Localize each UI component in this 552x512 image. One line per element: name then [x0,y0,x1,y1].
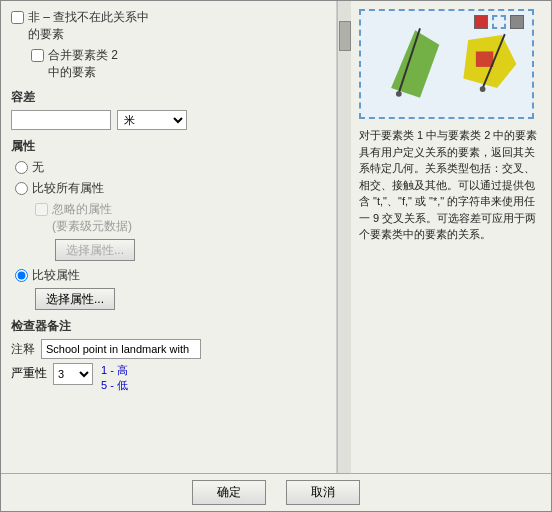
not-label: 非 – 查找不在此关系中 的要素 [28,9,149,43]
ignore-checkbox[interactable] [35,203,48,216]
select-attr-section: 选择属性... [35,288,326,310]
note-row: 注释 [11,339,326,359]
attributes-label: 属性 [11,138,326,155]
svg-rect-2 [476,51,493,66]
compare-all-radio[interactable] [15,182,28,195]
checker-notes-label: 检查器备注 [11,318,326,335]
severity-select[interactable]: 1 2 3 4 5 [53,363,93,385]
note-label: 注释 [11,339,35,358]
compare-attr-radio[interactable] [15,269,28,282]
preview-svg [361,11,532,117]
select-attr-button[interactable]: 选择属性... [35,288,115,310]
tolerance-unit-select[interactable]: 米 [117,110,187,130]
compare-all-label: 比较所有属性 [32,180,104,197]
ignore-label: 忽略的属性 (要素级元数据) [52,201,132,235]
severity-hint: 1 - 高 5 - 低 [101,363,128,393]
svg-point-4 [396,91,402,97]
attributes-section: 属性 无 比较所有属性 忽略的属性 [11,138,326,310]
tolerance-section: 容差 米 [11,89,326,130]
severity-row: 严重性 1 2 3 4 5 1 - 高 5 - 低 [11,363,326,393]
not-checkbox[interactable] [11,11,24,24]
ok-button[interactable]: 确定 [192,480,266,505]
none-radio[interactable] [15,161,28,174]
compare-attr-label: 比较属性 [32,267,80,284]
severity-label: 严重性 [11,363,47,382]
ignore-checkbox-row: 忽略的属性 (要素级元数据) [35,201,326,235]
compare-attr-radio-row: 比较属性 [15,267,326,284]
left-panel: 非 – 查找不在此关系中 的要素 合并要素类 2 中的要素 容差 [1,1,337,473]
ignore-section: 忽略的属性 (要素级元数据) 选择属性... [35,201,326,261]
none-radio-label: 无 [32,159,44,176]
scrollbar-thumb[interactable] [339,21,351,51]
none-radio-row: 无 [15,159,326,176]
attributes-radio-group: 无 比较所有属性 忽略的属性 (要素级元数据) [15,159,326,310]
compare-all-radio-row: 比较所有属性 [15,180,326,197]
svg-point-6 [480,86,486,92]
right-description: 对于要素类 1 中与要素类 2 中的要素具有用户定义关系的要素，返回其关系特定几… [359,127,543,243]
preview-box [359,9,534,119]
right-panel: 对于要素类 1 中与要素类 2 中的要素具有用户定义关系的要素，返回其关系特定几… [351,1,551,473]
dialog-content: 非 – 查找不在此关系中 的要素 合并要素类 2 中的要素 容差 [1,1,551,473]
select-attributes-button[interactable]: 选择属性... [55,239,135,261]
merge-checkbox[interactable] [31,49,44,62]
tolerance-input[interactable] [11,110,111,130]
not-section: 非 – 查找不在此关系中 的要素 合并要素类 2 中的要素 [11,9,326,81]
cancel-button[interactable]: 取消 [286,480,360,505]
tolerance-label: 容差 [11,89,326,106]
note-input[interactable] [41,339,201,359]
severity-controls: 1 2 3 4 5 1 - 高 5 - 低 [53,363,128,393]
tolerance-row: 米 [11,110,326,130]
merge-checkbox-row: 合并要素类 2 中的要素 [31,47,326,81]
dialog: 非 – 查找不在此关系中 的要素 合并要素类 2 中的要素 容差 [0,0,552,512]
not-checkbox-row: 非 – 查找不在此关系中 的要素 [11,9,326,43]
dialog-footer: 确定 取消 [1,473,551,511]
scrollbar[interactable] [337,1,351,473]
checker-notes-section: 检查器备注 注释 严重性 1 2 3 4 5 [11,318,326,393]
merge-label: 合并要素类 2 中的要素 [48,47,118,81]
